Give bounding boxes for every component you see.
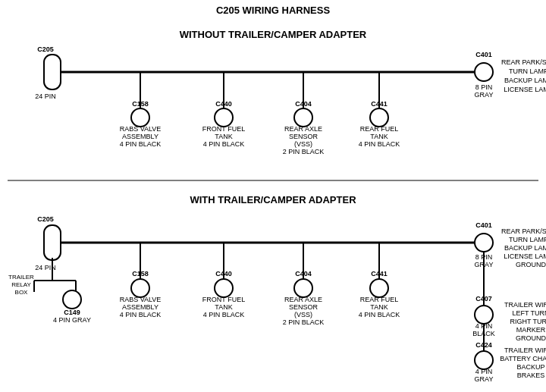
c407-right3: RIGHT TURN bbox=[510, 318, 546, 325]
c407-right1: TRAILER WIRES bbox=[504, 301, 546, 309]
c149-connector bbox=[63, 290, 81, 309]
c440b-sub1: FRONT FUEL bbox=[202, 296, 245, 303]
c441b-sub3: 4 PIN BLACK bbox=[359, 311, 400, 318]
section2-label: WITH TRAILER/CAMPER ADAPTER bbox=[190, 194, 356, 205]
c440-sub2: TANK bbox=[215, 133, 232, 140]
c407-right2: LEFT TURN bbox=[512, 309, 546, 317]
c440-label: C440 bbox=[215, 100, 232, 108]
c407-black: BLACK bbox=[472, 330, 495, 337]
c404-sub3: (VSS) bbox=[294, 140, 312, 148]
c158-label: C158 bbox=[132, 100, 149, 108]
c441-sub1: REAR FUEL bbox=[360, 125, 399, 133]
c205-sublabel: 24 PIN bbox=[35, 93, 56, 100]
c401b-label: C401 bbox=[475, 221, 492, 229]
c424-connector bbox=[475, 351, 493, 369]
c401-right3: BACKUP LAMPS bbox=[504, 77, 546, 84]
c401b-right2: TURN LAMPS bbox=[509, 236, 546, 243]
c441-sub2: TANK bbox=[370, 133, 388, 140]
c441-sub3: 4 PIN BLACK bbox=[359, 140, 400, 148]
c441-label: C441 bbox=[371, 100, 388, 108]
c441b-sub1: REAR FUEL bbox=[360, 296, 399, 303]
c404-label: C404 bbox=[295, 100, 312, 108]
c404b-connector bbox=[294, 279, 312, 297]
c424-label: C424 bbox=[475, 341, 492, 349]
c440b-connector bbox=[215, 279, 233, 297]
c149-sublabel: 4 PIN GRAY bbox=[53, 316, 91, 324]
c401b-right4: LICENSE LAMPS bbox=[504, 252, 546, 260]
c441b-sub2: TANK bbox=[370, 303, 388, 311]
c401-right1: REAR PARK/STOP bbox=[501, 58, 546, 66]
c158b-sub1: RABS VALVE bbox=[120, 296, 162, 303]
c404-sub4: 2 PIN BLACK bbox=[283, 148, 325, 155]
c401-gray: GRAY bbox=[475, 91, 494, 99]
c401b-right1: REAR PARK/STOP bbox=[501, 227, 546, 235]
c158b-label: C158 bbox=[132, 270, 149, 278]
c404-sub1: REAR AXLE bbox=[284, 125, 322, 133]
c440b-label: C440 bbox=[215, 270, 232, 278]
c401-connector bbox=[475, 63, 493, 81]
c158-sub2: ASSEMBLY bbox=[122, 133, 158, 140]
c404-sub2: SENSOR bbox=[289, 133, 318, 140]
c424-right3: BACKUP bbox=[516, 363, 544, 371]
c205b-connector bbox=[44, 225, 61, 260]
c401b-right5: GROUND bbox=[516, 261, 546, 268]
c401-right2: TURN LAMPS bbox=[509, 67, 546, 75]
c407-label: C407 bbox=[475, 295, 492, 303]
c441b-connector bbox=[370, 279, 388, 297]
c424-right4: BRAKES bbox=[517, 372, 545, 379]
c158-sub3: 4 PIN BLACK bbox=[120, 140, 162, 148]
c158b-sub2: ASSEMBLY bbox=[122, 303, 158, 311]
c404-connector bbox=[294, 108, 312, 127]
c158-sub1: RABS VALVE bbox=[120, 125, 162, 133]
c404b-sub3: (VSS) bbox=[294, 311, 312, 318]
c158-connector bbox=[131, 108, 149, 127]
c407-pin: 4 PIN bbox=[475, 322, 493, 330]
c404b-label: C404 bbox=[295, 270, 312, 278]
diagram-title: C205 WIRING HARNESS bbox=[216, 5, 331, 16]
c401-right4: LICENSE LAMPS bbox=[504, 86, 546, 93]
trailer-relay-label1: TRAILER bbox=[8, 274, 34, 281]
c401-label: C401 bbox=[475, 51, 492, 58]
c404b-sub4: 2 PIN BLACK bbox=[283, 318, 325, 326]
c404b-sub1: REAR AXLE bbox=[284, 296, 322, 303]
c440-sub3: 4 PIN BLACK bbox=[203, 140, 245, 148]
wiring-diagram: C205 WIRING HARNESS WITHOUT TRAILER/CAMP… bbox=[0, 0, 546, 392]
c158b-sub3: 4 PIN BLACK bbox=[120, 311, 162, 318]
c440b-sub2: TANK bbox=[215, 303, 232, 311]
c424-right2: BATTERY CHARGE bbox=[500, 355, 546, 362]
trailer-relay-label3: BOX bbox=[15, 289, 29, 296]
c441-connector bbox=[370, 108, 388, 127]
c440b-sub3: 4 PIN BLACK bbox=[203, 311, 245, 318]
c440-connector bbox=[215, 108, 233, 127]
c149-label: C149 bbox=[64, 309, 80, 316]
diagram-svg: C205 WIRING HARNESS WITHOUT TRAILER/CAMP… bbox=[0, 0, 546, 392]
trailer-relay-label2: RELAY bbox=[11, 281, 31, 288]
c404b-sub2: SENSOR bbox=[289, 303, 318, 311]
c205b-label: C205 bbox=[37, 215, 54, 223]
c424-gray: GRAY bbox=[475, 375, 494, 383]
section1-label: WITHOUT TRAILER/CAMPER ADAPTER bbox=[180, 29, 367, 40]
c407-right4: MARKER bbox=[516, 326, 546, 334]
c401b-connector bbox=[475, 234, 493, 252]
c407-right5: GROUND bbox=[516, 334, 546, 342]
c440-sub1: FRONT FUEL bbox=[202, 125, 245, 133]
c424-pin: 4 PIN bbox=[475, 368, 493, 375]
c441b-label: C441 bbox=[371, 270, 388, 278]
c205-connector bbox=[44, 55, 61, 89]
c401b-right3: BACKUP LAMPS bbox=[504, 244, 546, 252]
c424-right1: TRAILER WIRES bbox=[504, 347, 546, 354]
c158b-connector bbox=[131, 279, 149, 297]
c205-label: C205 bbox=[37, 45, 54, 53]
c407-connector bbox=[475, 306, 493, 324]
c401-sublabel: 8 PIN bbox=[475, 83, 493, 91]
